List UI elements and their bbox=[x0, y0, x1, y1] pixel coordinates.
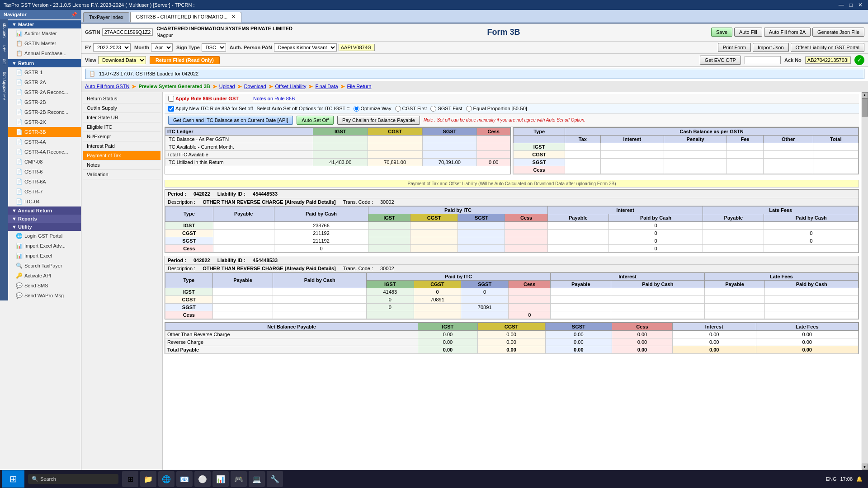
p1-cess-cash[interactable]: 0 bbox=[274, 244, 368, 252]
p2-sgst-lf-payable[interactable] bbox=[704, 303, 765, 311]
pay-challan-button[interactable]: Pay Challan for Balance Payable bbox=[337, 116, 420, 125]
nav-item-gstr2x[interactable]: 📄 GSTR-2X bbox=[8, 117, 81, 127]
p1-cgst-int-cash[interactable]: 0 bbox=[609, 229, 703, 237]
nav-item-gstin-master[interactable]: 📋 GSTIN Master bbox=[8, 38, 81, 48]
p1-cgst-lf-payable[interactable] bbox=[703, 229, 764, 237]
nav-item-gstr1[interactable]: 📄 GSTR-1 bbox=[8, 67, 81, 77]
p2-igst-lf-payable[interactable] bbox=[704, 288, 765, 296]
taskbar-icon-4[interactable]: 📧 bbox=[176, 471, 193, 487]
p2-sgst-itc-igst[interactable]: 0 bbox=[366, 303, 414, 311]
nb-reverse-sgst[interactable]: 0.00 bbox=[545, 338, 612, 346]
p1-cgst-itc-cess[interactable] bbox=[505, 229, 547, 237]
nb-reverse-igst[interactable]: 0.00 bbox=[418, 338, 477, 346]
p1-sgst-itc-cgst[interactable] bbox=[410, 237, 458, 244]
p1-sgst-lf-cash[interactable]: 0 bbox=[764, 237, 859, 244]
cash-cgst-other[interactable] bbox=[763, 150, 813, 158]
auto-fill-2a-button[interactable]: Auto Fill from 2A bbox=[764, 28, 811, 37]
p2-cess-int-cash[interactable] bbox=[611, 311, 704, 319]
rule-86b-checkbox[interactable] bbox=[168, 96, 174, 102]
cash-cess-tax[interactable] bbox=[565, 166, 600, 174]
p1-cess-payable[interactable] bbox=[213, 244, 274, 252]
scroll-up-button[interactable]: ▲ bbox=[862, 92, 868, 99]
side-tab-settings[interactable]: Settings bbox=[1, 21, 7, 40]
p1-cess-int-cash[interactable]: 0 bbox=[609, 244, 703, 252]
nb-total-cess[interactable]: 0.00 bbox=[612, 346, 673, 353]
nb-other-cess[interactable]: 0.00 bbox=[612, 330, 673, 338]
itc-available-current-igst[interactable] bbox=[313, 143, 368, 150]
cash-cess-interest[interactable] bbox=[600, 166, 664, 174]
nav-item-gstr6a[interactable]: 📄 GSTR-6A bbox=[8, 177, 81, 187]
p1-cgst-lf-cash[interactable]: 0 bbox=[764, 229, 859, 237]
p1-cgst-itc-sgst[interactable] bbox=[458, 229, 505, 237]
workflow-download[interactable]: Download bbox=[244, 84, 266, 89]
scroll-thumb[interactable] bbox=[862, 99, 868, 117]
p1-igst-lf-cash[interactable] bbox=[764, 221, 859, 229]
panel-nil-exempt[interactable]: Nil/Exempt bbox=[83, 132, 160, 141]
apply-rule-check[interactable]: Apply Rule 86B under GST bbox=[168, 96, 239, 102]
workflow-final-data[interactable]: Final Data bbox=[315, 84, 338, 89]
p2-cess-lf-cash[interactable] bbox=[765, 311, 859, 319]
p1-cgst-cash[interactable]: 211192 bbox=[274, 229, 368, 237]
nav-item-gstr2a-recon[interactable]: 📄 GSTR-2A Reconc... bbox=[8, 87, 81, 97]
panel-validation[interactable]: Validation bbox=[83, 170, 160, 179]
nb-total-igst[interactable]: 0.00 bbox=[418, 346, 477, 353]
p2-cess-lf-payable[interactable] bbox=[704, 311, 765, 319]
p2-sgst-lf-cash[interactable] bbox=[765, 303, 859, 311]
p2-sgst-payable[interactable] bbox=[212, 303, 273, 311]
nav-item-activate-api[interactable]: 🔑 Activate API bbox=[8, 271, 81, 281]
p2-igst-lf-cash[interactable] bbox=[765, 288, 859, 296]
nav-item-login-gst[interactable]: 🌐 Login GST Portal bbox=[8, 231, 81, 241]
equal-proportion-radio[interactable]: Equal Proportion [50-50] bbox=[466, 106, 527, 112]
cash-igst-penalty[interactable] bbox=[664, 143, 727, 150]
fy-select[interactable]: 2022-2023 bbox=[93, 43, 131, 52]
cash-sgst-other[interactable] bbox=[763, 158, 813, 166]
nav-item-import-excel-adv[interactable]: 📊 Import Excel Adv... bbox=[8, 241, 81, 251]
itc-balance-gstn-cess[interactable] bbox=[477, 135, 510, 143]
close-button[interactable]: ✕ bbox=[856, 2, 864, 8]
p1-igst-itc-cgst[interactable] bbox=[410, 221, 458, 229]
maximize-button[interactable]: □ bbox=[848, 2, 854, 8]
apply-88a-check[interactable]: Apply New ITC Rule 88A for Set off bbox=[168, 106, 253, 112]
p2-cess-payable[interactable] bbox=[212, 311, 273, 319]
cash-sgst-penalty[interactable] bbox=[664, 158, 727, 166]
nb-other-late[interactable]: 0.00 bbox=[756, 330, 858, 338]
itc-total-available-igst[interactable] bbox=[313, 150, 368, 158]
nav-item-cmp08[interactable]: 📄 CMP-08 bbox=[8, 157, 81, 167]
p2-cgst-itc-cess[interactable] bbox=[509, 296, 551, 303]
nb-other-interest[interactable]: 0.00 bbox=[672, 330, 756, 338]
p1-sgst-lf-payable[interactable] bbox=[703, 237, 764, 244]
nav-item-gstr4a-recon[interactable]: 📄 GSTR-4A Reconc... bbox=[8, 147, 81, 157]
p1-cess-lf-cash[interactable] bbox=[764, 244, 859, 252]
p1-sgst-cash[interactable]: 211192 bbox=[274, 237, 368, 244]
p1-sgst-int-cash[interactable]: 0 bbox=[609, 237, 703, 244]
p1-sgst-itc-igst[interactable] bbox=[368, 237, 410, 244]
p2-cess-itc-sgst[interactable] bbox=[461, 311, 509, 319]
p1-cgst-itc-igst[interactable] bbox=[368, 229, 410, 237]
nb-reverse-interest[interactable]: 0.00 bbox=[672, 338, 756, 346]
p2-cgst-int-cash[interactable] bbox=[611, 296, 704, 303]
p1-igst-lf-payable[interactable] bbox=[703, 221, 764, 229]
view-select[interactable]: Download Data bbox=[98, 56, 146, 64]
tab-taxpayer-index[interactable]: TaxPayer Index bbox=[83, 12, 129, 22]
cash-igst-other[interactable] bbox=[763, 143, 813, 150]
p2-cgst-itc-cgst[interactable]: 70891 bbox=[414, 296, 461, 303]
itc-total-available-sgst[interactable] bbox=[422, 150, 477, 158]
workflow-upload[interactable]: Upload bbox=[219, 84, 235, 89]
p1-igst-int-payable[interactable] bbox=[547, 221, 609, 229]
itc-utilized-igst[interactable]: 41,483.00 bbox=[313, 158, 368, 166]
p1-igst-payable[interactable] bbox=[213, 221, 274, 229]
nb-reverse-cess[interactable]: 0.00 bbox=[612, 338, 673, 346]
taskbar-search-box[interactable]: 🔍 Search bbox=[28, 474, 118, 484]
panel-notes[interactable]: Notes bbox=[83, 160, 160, 170]
p2-cess-itc-cess[interactable]: 0 bbox=[509, 311, 551, 319]
auto-fill-button[interactable]: Auto Fill bbox=[734, 28, 762, 37]
itc-available-current-cess[interactable] bbox=[477, 143, 510, 150]
side-tab-activity[interactable]: API Activity Log bbox=[1, 70, 7, 102]
p2-cess-itc-igst[interactable] bbox=[366, 311, 414, 319]
p2-cess-int-payable[interactable] bbox=[551, 311, 611, 319]
side-tab-api[interactable]: API bbox=[1, 43, 7, 54]
cash-sgst-tax[interactable] bbox=[565, 158, 600, 166]
taskbar-icon-5[interactable]: 📊 bbox=[212, 471, 229, 487]
p1-igst-itc-sgst[interactable] bbox=[458, 221, 505, 229]
p2-igst-itc-igst[interactable]: 41483 bbox=[366, 288, 414, 296]
